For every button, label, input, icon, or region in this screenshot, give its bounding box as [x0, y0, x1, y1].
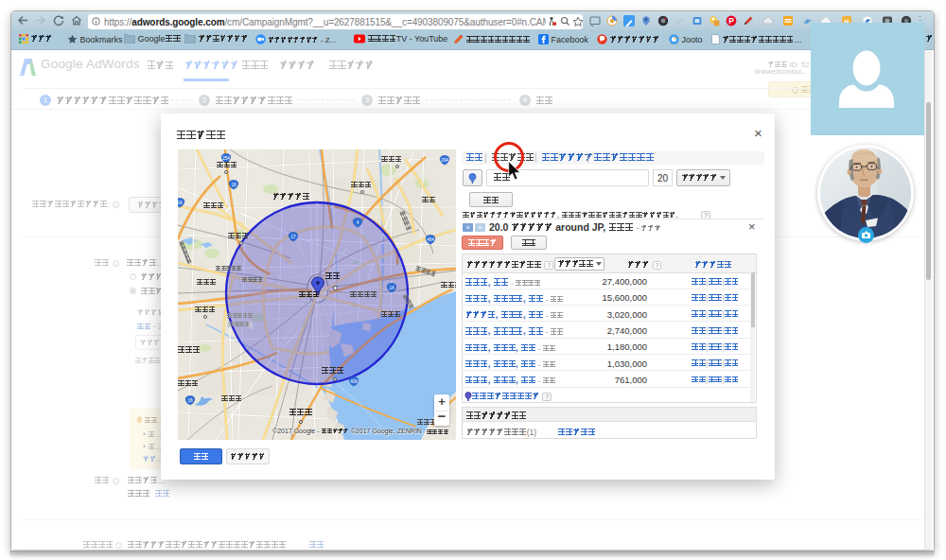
svg-text:16: 16	[187, 398, 193, 403]
svg-text:16: 16	[178, 201, 183, 205]
svg-text:294: 294	[441, 158, 448, 163]
svg-text:409: 409	[350, 379, 358, 384]
svg-text:17: 17	[290, 235, 296, 239]
svg-text:4: 4	[357, 220, 359, 225]
svg-text:14: 14	[389, 286, 394, 290]
svg-text:16: 16	[231, 183, 236, 187]
svg-text:P: P	[728, 16, 734, 26]
svg-text:464: 464	[427, 237, 434, 242]
